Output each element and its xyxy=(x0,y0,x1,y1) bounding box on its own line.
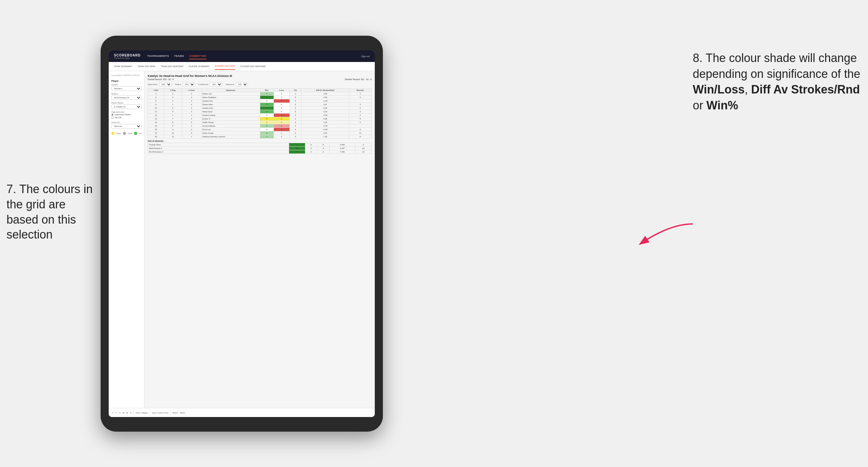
powered-by-text: Powered by clippd xyxy=(114,57,141,59)
td-diff: 3.33 xyxy=(302,110,349,114)
td-div: 11 xyxy=(148,110,164,114)
th-diff: Diff Av Strokes/Rnd xyxy=(302,89,349,92)
ood-td-loss: 0 xyxy=(305,147,317,150)
td-tie: 0 xyxy=(289,99,301,103)
td-win: 0 xyxy=(260,99,274,103)
filter-opponent-select[interactable]: (All) xyxy=(235,83,248,86)
radio-dot-top100 xyxy=(111,117,114,119)
td-name: Stella Cheng xyxy=(201,121,260,124)
td-tie: 0 xyxy=(289,124,301,128)
toolbar-watch[interactable]: Watch xyxy=(172,412,178,414)
td-reg: 11 xyxy=(164,135,182,138)
filter-opponents-select[interactable]: (All) xyxy=(159,83,172,86)
legend-dot-level xyxy=(123,132,126,135)
filter-conference-select[interactable]: (All) xyxy=(210,83,222,86)
td-loss: 0 xyxy=(274,96,289,99)
ood-td-diff: 7.400 xyxy=(329,150,355,154)
td-conf: 2 xyxy=(182,128,201,131)
td-diff: 4.00 xyxy=(302,106,349,110)
filter-conference-label: Conference xyxy=(198,84,208,85)
td-div: 15 xyxy=(148,121,164,124)
td-conf: 6 xyxy=(182,131,201,135)
ood-td-tie: 0 xyxy=(317,150,329,154)
grid-record-row: Overall Record: 353 - 34 - 6 Division Re… xyxy=(148,78,372,81)
ood-td-rounds: 10 xyxy=(355,150,372,154)
td-win: 4 xyxy=(260,131,274,135)
td-reg: 9 xyxy=(164,124,182,128)
nav-sign-out[interactable]: Sign out xyxy=(361,55,370,57)
td-conf: 2 xyxy=(182,96,201,99)
td-conf: 7 xyxy=(182,135,201,138)
toolbar-extra[interactable]: ⊕ xyxy=(126,411,128,414)
td-win: 0 xyxy=(260,114,274,117)
ood-td-rounds: 2 xyxy=(355,143,372,147)
td-diff: 0.38 xyxy=(302,117,349,121)
td-div: 18 xyxy=(148,128,164,131)
nav-tournaments[interactable]: TOURNAMENTS xyxy=(147,53,169,59)
td-loss: 0 xyxy=(274,106,289,110)
table-row: 19 10 6 Emily Chang 4 1 0 0.30 11 xyxy=(148,131,372,135)
sub-nav-player-h2h-heatmap[interactable]: PLAYER H2H HEATMAP xyxy=(241,63,266,69)
sidebar-radio-top100[interactable]: Top 100 xyxy=(111,117,142,119)
filter-region-select[interactable]: (All) xyxy=(182,83,195,86)
toolbar-share[interactable]: Share xyxy=(180,412,185,414)
sidebar-radio-opponents-played[interactable]: Opponents Played xyxy=(111,114,142,116)
td-conf: 4 xyxy=(182,117,201,121)
toolbar-refresh[interactable]: ↺ xyxy=(130,411,131,414)
td-conf: 3 xyxy=(182,106,201,110)
td-rounds: 3 xyxy=(349,96,372,99)
td-rounds: 11 xyxy=(349,131,372,135)
nav-items: TOURNAMENTS TEAMS COMMITTEE xyxy=(147,53,361,59)
sub-nav-player-h2h-grid[interactable]: PLAYER H2H GRID xyxy=(215,63,235,70)
table-row: 10 6 3 Andrea York 2 0 0 4.00 4 xyxy=(148,106,372,110)
td-diff: 4.00 xyxy=(302,96,349,99)
th-opponent: Opponent xyxy=(201,89,260,92)
td-name: Emily Chang xyxy=(201,131,260,135)
sidebar-player-rank-select[interactable]: 8. Katelyn Vo xyxy=(111,104,142,109)
td-conf: 1 xyxy=(182,124,201,128)
td-tie: 0 xyxy=(289,96,301,99)
table-row: 3 1 1 Esther Lee 1 0 1 1.50 4 xyxy=(148,92,372,96)
td-loss: 2 xyxy=(274,124,289,128)
td-loss: 1 xyxy=(274,128,289,131)
main-content: Last Updated: 27/03/2024 16:55:38 Player… xyxy=(109,71,375,408)
th-win: Win xyxy=(260,89,274,92)
ood-td-name: NCAA Division 2 xyxy=(148,150,289,154)
sub-nav-team-summary[interactable]: TEAM SUMMARY xyxy=(114,63,132,69)
top-nav: SCOREBOARD Powered by clippd TOURNAMENTS… xyxy=(109,50,375,62)
sidebar-opponent-view-label: Opponent view xyxy=(111,111,142,113)
toolbar-save-custom[interactable]: Save Custom View xyxy=(152,412,168,414)
filter-opponents: Opponents: (All) xyxy=(148,83,172,86)
toolbar-undo[interactable]: ↩ xyxy=(112,411,114,414)
td-loss: 1 xyxy=(274,114,289,117)
td-conf: 4 xyxy=(182,103,201,106)
ood-table-row: NCAA Division 2 5 0 0 7.400 10 xyxy=(148,150,372,154)
nav-committee[interactable]: COMMITTEE xyxy=(189,53,206,59)
td-div: 19 xyxy=(148,131,164,135)
toolbar-forward[interactable]: ↩ xyxy=(119,411,121,414)
toolbar-view-original[interactable]: View: Original xyxy=(136,412,148,414)
legend-label-up: Up xyxy=(139,132,142,134)
annotation-right: 8. The colour shade will change dependin… xyxy=(693,50,862,113)
td-tie: 0 xyxy=(289,135,301,138)
sub-nav-player-summary[interactable]: PLAYER SUMMARY xyxy=(189,63,210,69)
toolbar-redo[interactable]: ↪ xyxy=(116,411,117,414)
nav-teams[interactable]: TEAMS xyxy=(174,53,184,59)
sidebar-gender-select[interactable]: Women's xyxy=(111,86,142,91)
ood-td-win: 1 xyxy=(289,143,305,147)
nav-right: Sign out xyxy=(361,55,370,57)
td-rounds: 4 xyxy=(349,106,372,110)
td-diff: -0.94 xyxy=(302,124,349,128)
sub-nav-team-h2h-grid[interactable]: TEAM H2H GRID xyxy=(137,63,155,69)
td-name: Esther Lee xyxy=(201,92,260,96)
sub-nav-team-h2h-heatmap[interactable]: TEAM H2H HEATMAP xyxy=(161,63,184,69)
sidebar-colour-by-select[interactable]: Win/Loss Diff Av Strokes/Rnd Win% xyxy=(111,124,142,128)
colour-legend: Down Level Up xyxy=(111,132,142,135)
td-div: 9 xyxy=(148,103,164,106)
toolbar-copy[interactable]: ⊞ xyxy=(123,411,124,414)
sidebar-division-select[interactable]: NCAA Division III xyxy=(111,95,142,100)
td-reg: 1 xyxy=(164,114,182,117)
table-row: 18 2 2 Euna Lee 0 1 0 -5.00 2 xyxy=(148,128,372,131)
td-win: 2 xyxy=(260,135,274,138)
out-of-division-table: Foreign Team 1 0 0 4.500 2 NAIA Division… xyxy=(148,143,372,154)
